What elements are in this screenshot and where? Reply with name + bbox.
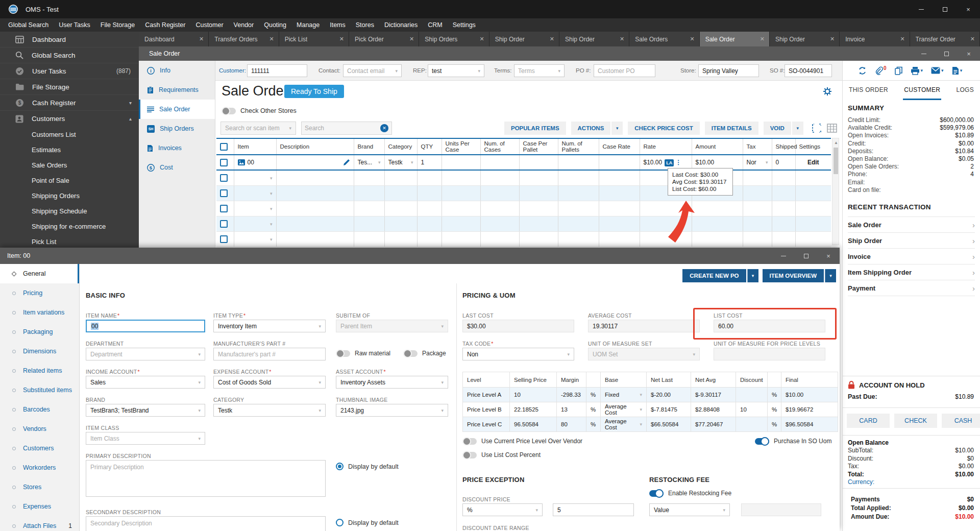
modal-nav-item-variations[interactable]: Item variations: [0, 303, 79, 322]
recent-ship-order[interactable]: Ship Order›: [848, 233, 975, 249]
tab-this-order[interactable]: THIS ORDER: [848, 81, 889, 100]
po-input[interactable]: Customer PO: [594, 64, 655, 77]
row-checkbox[interactable]: [216, 170, 234, 185]
modal-nav-customers[interactable]: Customers: [0, 439, 79, 458]
chevron-down-icon[interactable]: ▾: [270, 206, 273, 211]
subnav-invoices[interactable]: Invoices: [139, 138, 215, 158]
tab-close-icon[interactable]: ✕: [269, 36, 274, 42]
minimize-icon[interactable]: [910, 0, 933, 18]
modal-nav-general[interactable]: General: [0, 264, 79, 283]
window-restore-icon[interactable]: [935, 46, 958, 61]
chevron-down-icon[interactable]: ▾: [270, 222, 273, 227]
row-checkbox[interactable]: [216, 216, 234, 231]
tab-close-icon[interactable]: ✕: [830, 36, 835, 42]
menu-quoting[interactable]: Quoting: [259, 21, 291, 29]
toggle-off-icon[interactable]: [462, 438, 477, 445]
copy-icon[interactable]: [895, 66, 902, 75]
base-select[interactable]: Fixed: [601, 388, 647, 402]
window-close-icon[interactable]: ×: [958, 46, 980, 61]
sidebar-item-global-search[interactable]: Global Search: [0, 47, 139, 63]
table-scrollbar[interactable]: ▲: [832, 138, 839, 245]
category-cell[interactable]: Testk: [384, 155, 417, 170]
sidebar-item-cash-register[interactable]: $ Cash Register ▾: [0, 95, 139, 111]
subnav-requirements[interactable]: Requirements: [139, 80, 215, 100]
empty-item-row[interactable]: ▾: [216, 231, 831, 247]
sidebar-item-dashboard[interactable]: Dashboard: [0, 32, 139, 47]
last-cost-badge[interactable]: LA: [665, 159, 674, 166]
tab-close-icon[interactable]: ✕: [900, 36, 904, 42]
primary-description-textarea[interactable]: Primary Description: [86, 460, 326, 497]
sidebar-item-shipping-ecommerce[interactable]: Shipping for e-commerce: [0, 219, 139, 234]
menu-manage[interactable]: Manage: [291, 21, 325, 29]
chevron-down-icon[interactable]: ▾: [270, 176, 273, 181]
more-options-icon[interactable]: ⋮: [675, 159, 681, 166]
modal-close-icon[interactable]: ×: [817, 248, 840, 264]
tab-close-icon[interactable]: ✕: [760, 36, 765, 42]
subitem-of-select[interactable]: Parent Item: [336, 320, 448, 332]
description-cell[interactable]: [276, 155, 354, 170]
subnav-ship-orders[interactable]: SH Ship Orders: [139, 119, 215, 138]
chevron-down-icon[interactable]: ▾: [270, 237, 273, 242]
contact-select[interactable]: Contact email: [343, 64, 402, 77]
terms-select[interactable]: Terms: [514, 64, 565, 77]
modal-nav-substituted-items[interactable]: Substituted items: [0, 380, 79, 400]
menu-file-storage[interactable]: File Storage: [95, 21, 140, 29]
check-button[interactable]: CHECK: [894, 414, 937, 428]
radio-unselected-icon[interactable]: [336, 519, 344, 526]
print-icon[interactable]: [911, 66, 923, 75]
tab-sale-order-active[interactable]: Sale Order✕: [700, 32, 770, 46]
check-other-stores-toggle[interactable]: Check Other Stores: [222, 107, 297, 114]
uom-set-select[interactable]: UOM Set: [588, 348, 700, 360]
menu-cash-register[interactable]: Cash Register: [140, 21, 190, 29]
customer-input[interactable]: 111111: [247, 64, 307, 77]
asset-account-select[interactable]: Inventory Assets: [336, 376, 448, 389]
sidebar-item-estimates[interactable]: Estimates: [0, 142, 139, 157]
item-overview-button[interactable]: ITEM OVERVIEW: [763, 269, 824, 282]
close-icon[interactable]: ×: [957, 0, 980, 18]
modal-restore-icon[interactable]: [795, 248, 817, 264]
tab-close-icon[interactable]: ✕: [550, 36, 554, 42]
discount-type-select[interactable]: %: [462, 503, 543, 516]
sidebar-item-point-of-sale[interactable]: Point of Sale: [0, 173, 139, 188]
recent-invoice[interactable]: Invoice›: [848, 249, 975, 264]
brand-cell[interactable]: Tes...: [354, 155, 384, 170]
create-po-dropdown-icon[interactable]: ▾: [747, 269, 758, 282]
row-checkbox[interactable]: [216, 231, 234, 247]
tab-ship-order-1[interactable]: Ship Order✕: [489, 32, 559, 46]
num-pallets-cell[interactable]: [558, 155, 599, 170]
actions-button[interactable]: ACTIONS: [571, 122, 611, 135]
edit-pencil-icon[interactable]: [343, 159, 350, 166]
menu-global-search[interactable]: Global Search: [3, 21, 54, 29]
grid-view-icon[interactable]: [827, 124, 837, 133]
item-class-select[interactable]: Item Class: [86, 432, 205, 445]
empty-item-row[interactable]: ▾: [216, 216, 831, 231]
tab-close-icon[interactable]: ✕: [970, 36, 975, 42]
tab-ship-orders[interactable]: Ship Orders✕: [419, 32, 489, 46]
tab-ship-order-3[interactable]: Ship Order✕: [770, 32, 840, 46]
document-icon[interactable]: [952, 66, 963, 75]
tab-close-icon[interactable]: ✕: [620, 36, 624, 42]
sidebar-item-shipping-orders[interactable]: Shipping Orders: [0, 188, 139, 203]
case-rate-cell[interactable]: [599, 155, 640, 170]
selling-price-cell[interactable]: 96.50584: [510, 417, 557, 432]
tab-close-icon[interactable]: ✕: [479, 36, 484, 42]
use-price-level-toggle[interactable]: Use Current Price Level Over Vendor: [462, 438, 582, 445]
margin-cell[interactable]: 80: [557, 417, 586, 432]
item-overview-dropdown-icon[interactable]: ▾: [825, 269, 836, 282]
department-select[interactable]: Department: [86, 348, 205, 360]
tab-customer[interactable]: CUSTOMER: [903, 81, 941, 100]
item-details-button[interactable]: ITEM DETAILS: [705, 122, 758, 135]
menu-stores[interactable]: Stores: [351, 21, 379, 29]
so-number-input[interactable]: SO-0044901: [785, 64, 832, 77]
tab-pick-order[interactable]: Pick Order✕: [349, 32, 419, 46]
case-per-pallet-cell[interactable]: [519, 155, 558, 170]
tab-close-icon[interactable]: ✕: [199, 36, 204, 42]
subnav-info[interactable]: i Info: [139, 61, 215, 80]
recent-item-shipping-order[interactable]: Item Shipping Order›: [848, 264, 975, 280]
row-checkbox[interactable]: [216, 155, 234, 170]
select-all-checkbox[interactable]: [216, 138, 234, 155]
tab-transfer-orders[interactable]: Transfer Orders✕: [209, 32, 279, 46]
row-checkbox[interactable]: [216, 201, 234, 216]
selling-price-cell[interactable]: 10: [510, 388, 557, 402]
restocking-type-select[interactable]: Value: [649, 503, 730, 516]
